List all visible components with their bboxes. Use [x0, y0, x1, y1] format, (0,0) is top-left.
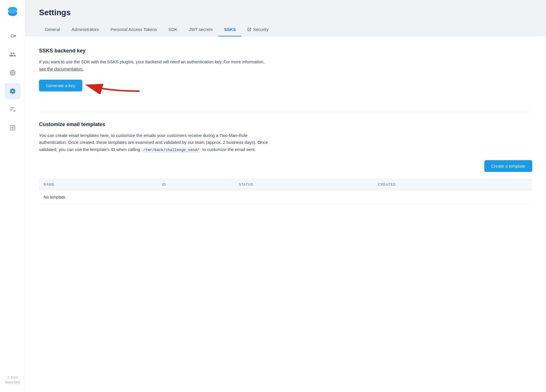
create-template-row: Create a template	[39, 160, 532, 172]
tab-personal-access-tokens[interactable]: Personal Access Tokens	[105, 24, 163, 36]
svg-point-5	[12, 72, 13, 73]
tab-jwt-secrets[interactable]: JWT secrets	[183, 24, 218, 36]
sidebar-item-logout[interactable]	[5, 120, 21, 136]
external-link-icon	[247, 28, 251, 32]
sidebar-item-keys[interactable]	[5, 28, 21, 44]
customize-email-desc: You can create email templates here, to …	[39, 132, 268, 153]
svg-rect-11	[10, 109, 13, 109]
table-empty-row: No template.	[39, 190, 532, 204]
tabs-nav: General Administrators Personal Access T…	[39, 24, 532, 36]
tab-ssks[interactable]: SSKS	[218, 24, 241, 36]
backend-key-desc: If you want to use the SDK with the SSKS…	[39, 58, 268, 73]
col-created: CREATED	[373, 179, 532, 190]
backend-key-title: SSKS backend key	[39, 48, 532, 54]
tab-administrators[interactable]: Administrators	[66, 24, 105, 36]
page-title: Settings	[39, 8, 532, 17]
sidebar-item-analytics[interactable]	[5, 65, 21, 81]
sidebar-footer: © 2024Seald SAS	[5, 375, 20, 387]
svg-point-2	[9, 9, 17, 13]
page-header: Settings General Administrators Personal…	[25, 0, 546, 36]
table-body: No template.	[39, 190, 532, 204]
generate-key-button[interactable]: Generate a key	[39, 80, 82, 91]
section-divider-1	[39, 112, 532, 112]
table-header-row: NAME ID STATUS CREATED	[39, 179, 532, 190]
col-name: NAME	[39, 179, 157, 190]
challenge-send-code: /tmr/back/challenge_send/	[141, 147, 201, 153]
empty-message: No template.	[39, 190, 532, 204]
tab-sdk[interactable]: SDK	[163, 24, 183, 36]
col-id: ID	[157, 179, 234, 190]
create-template-button[interactable]: Create a template	[484, 160, 532, 172]
sidebar-nav	[5, 28, 21, 375]
customize-email-title: Customize email templates	[39, 121, 532, 128]
red-arrow-annotation	[85, 77, 143, 94]
app-logo[interactable]	[6, 5, 19, 19]
svg-rect-12	[10, 110, 12, 111]
tab-general[interactable]: General	[39, 24, 66, 36]
documentation-link[interactable]: see the documentation.	[39, 66, 84, 71]
content-area: SSKS backend key If you want to use the …	[25, 36, 546, 392]
sidebar-item-users[interactable]	[5, 46, 21, 62]
sidebar-item-profile[interactable]	[5, 101, 21, 117]
sidebar-item-settings[interactable]	[5, 83, 21, 99]
sidebar: © 2024Seald SAS	[0, 0, 25, 392]
templates-table: NAME ID STATUS CREATED No template.	[39, 179, 532, 204]
svg-point-4	[11, 71, 14, 75]
tab-security[interactable]: Security	[241, 24, 274, 36]
svg-rect-10	[10, 107, 14, 108]
generate-key-container: Generate a key	[39, 80, 82, 91]
col-status: STATUS	[234, 179, 373, 190]
table-header: NAME ID STATUS CREATED	[39, 179, 532, 190]
main-content: Settings General Administrators Personal…	[25, 0, 546, 392]
